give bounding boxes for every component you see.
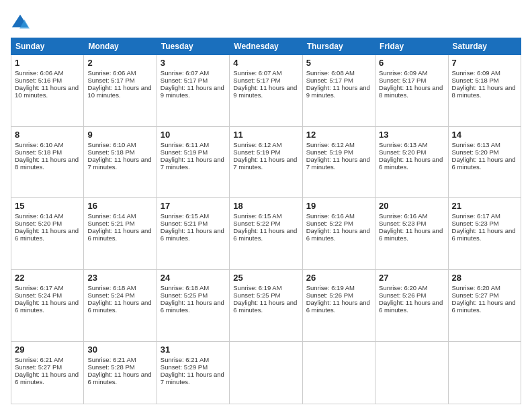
col-header-friday: Friday: [375, 38, 448, 55]
day-number: 25: [233, 273, 298, 283]
calendar-cell: 11Sunrise: 6:12 AMSunset: 5:19 PMDayligh…: [230, 126, 302, 198]
calendar-cell: 18Sunrise: 6:15 AMSunset: 5:22 PMDayligh…: [230, 198, 302, 270]
calendar-cell: 25Sunrise: 6:19 AMSunset: 5:25 PMDayligh…: [230, 269, 302, 341]
calendar-cell: 22Sunrise: 6:17 AMSunset: 5:24 PMDayligh…: [11, 269, 84, 341]
day-number: 5: [306, 58, 371, 68]
calendar-cell: 26Sunrise: 6:19 AMSunset: 5:26 PMDayligh…: [302, 269, 375, 341]
calendar-cell: 8Sunrise: 6:10 AMSunset: 5:18 PMDaylight…: [11, 126, 84, 198]
calendar-cell: [302, 341, 375, 404]
day-number: 4: [233, 58, 298, 68]
day-info: Daylight: 11 hours and 6 minutes.: [379, 299, 444, 314]
day-info: Sunset: 5:16 PM: [15, 77, 80, 84]
calendar-table: SundayMondayTuesdayWednesdayThursdayFrid…: [11, 38, 521, 404]
calendar-cell: 19Sunrise: 6:16 AMSunset: 5:22 PMDayligh…: [302, 198, 375, 270]
day-number: 22: [15, 273, 80, 283]
day-info: Sunrise: 6:11 AM: [161, 141, 226, 148]
day-info: Sunset: 5:27 PM: [452, 291, 517, 299]
day-info: Sunrise: 6:18 AM: [161, 284, 226, 291]
day-info: Daylight: 11 hours and 7 minutes.: [306, 156, 371, 171]
day-info: Sunrise: 6:17 AM: [452, 212, 517, 220]
day-info: Sunset: 5:23 PM: [452, 220, 517, 227]
calendar-cell: 15Sunrise: 6:14 AMSunset: 5:20 PMDayligh…: [11, 198, 84, 270]
day-info: Daylight: 11 hours and 6 minutes.: [161, 227, 226, 242]
calendar-week-2: 8Sunrise: 6:10 AMSunset: 5:18 PMDaylight…: [11, 126, 521, 198]
day-info: Daylight: 11 hours and 10 minutes.: [15, 84, 80, 99]
col-header-thursday: Thursday: [302, 38, 375, 55]
calendar-cell: 5Sunrise: 6:08 AMSunset: 5:17 PMDaylight…: [302, 55, 375, 127]
header: [11, 11, 521, 32]
day-number: 3: [161, 58, 226, 68]
day-info: Daylight: 11 hours and 6 minutes.: [233, 299, 298, 314]
day-info: Sunrise: 6:14 AM: [15, 212, 80, 220]
day-info: Daylight: 11 hours and 6 minutes.: [306, 299, 371, 314]
day-info: Daylight: 11 hours and 10 minutes.: [87, 84, 152, 99]
day-info: Sunset: 5:26 PM: [306, 291, 371, 299]
day-info: Sunrise: 6:12 AM: [306, 141, 371, 148]
calendar-cell: [375, 341, 448, 404]
calendar-cell: 28Sunrise: 6:20 AMSunset: 5:27 PMDayligh…: [448, 269, 521, 341]
day-info: Sunset: 5:20 PM: [452, 148, 517, 156]
calendar-cell: [448, 341, 521, 404]
day-info: Daylight: 11 hours and 6 minutes.: [379, 227, 444, 242]
calendar-cell: 6Sunrise: 6:09 AMSunset: 5:17 PMDaylight…: [375, 55, 448, 127]
day-info: Sunrise: 6:13 AM: [379, 141, 444, 148]
day-number: 1: [15, 58, 80, 68]
calendar-cell: 13Sunrise: 6:13 AMSunset: 5:20 PMDayligh…: [375, 126, 448, 198]
day-info: Daylight: 11 hours and 6 minutes.: [452, 156, 517, 171]
calendar-cell: 20Sunrise: 6:16 AMSunset: 5:23 PMDayligh…: [375, 198, 448, 270]
day-info: Daylight: 11 hours and 6 minutes.: [452, 227, 517, 242]
calendar-cell: 10Sunrise: 6:11 AMSunset: 5:19 PMDayligh…: [157, 126, 229, 198]
day-info: Sunrise: 6:06 AM: [87, 69, 152, 77]
day-info: Sunrise: 6:09 AM: [452, 69, 517, 77]
day-info: Sunrise: 6:16 AM: [379, 212, 444, 220]
day-info: Sunset: 5:18 PM: [87, 148, 152, 156]
calendar-week-5: 29Sunrise: 6:21 AMSunset: 5:27 PMDayligh…: [11, 341, 521, 404]
calendar-cell: 2Sunrise: 6:06 AMSunset: 5:17 PMDaylight…: [84, 55, 157, 127]
day-info: Sunset: 5:22 PM: [233, 220, 298, 227]
day-info: Sunrise: 6:20 AM: [379, 284, 444, 291]
calendar-cell: 12Sunrise: 6:12 AMSunset: 5:19 PMDayligh…: [302, 126, 375, 198]
day-number: 30: [87, 345, 152, 355]
calendar-cell: 31Sunrise: 6:21 AMSunset: 5:29 PMDayligh…: [157, 341, 229, 404]
day-info: Sunset: 5:21 PM: [161, 220, 226, 227]
day-info: Sunrise: 6:17 AM: [15, 284, 80, 291]
calendar-cell: 7Sunrise: 6:09 AMSunset: 5:18 PMDaylight…: [448, 55, 521, 127]
day-info: Daylight: 11 hours and 9 minutes.: [306, 84, 371, 99]
day-number: 14: [452, 130, 517, 140]
day-info: Daylight: 11 hours and 8 minutes.: [452, 84, 517, 99]
day-info: Sunrise: 6:21 AM: [161, 356, 226, 363]
day-info: Daylight: 11 hours and 8 minutes.: [379, 84, 444, 99]
day-number: 31: [161, 345, 226, 355]
day-info: Sunset: 5:19 PM: [161, 148, 226, 156]
day-info: Sunrise: 6:13 AM: [452, 141, 517, 148]
calendar-week-1: 1Sunrise: 6:06 AMSunset: 5:16 PMDaylight…: [11, 55, 521, 127]
day-number: 2: [87, 58, 152, 68]
day-number: 19: [306, 201, 371, 211]
day-info: Sunset: 5:17 PM: [306, 77, 371, 84]
day-info: Sunset: 5:25 PM: [233, 291, 298, 299]
day-info: Sunset: 5:17 PM: [379, 77, 444, 84]
day-info: Sunset: 5:18 PM: [452, 77, 517, 84]
calendar-cell: 27Sunrise: 6:20 AMSunset: 5:26 PMDayligh…: [375, 269, 448, 341]
calendar-cell: 14Sunrise: 6:13 AMSunset: 5:20 PMDayligh…: [448, 126, 521, 198]
day-info: Sunrise: 6:07 AM: [233, 69, 298, 77]
day-info: Sunrise: 6:18 AM: [87, 284, 152, 291]
day-info: Sunset: 5:17 PM: [87, 77, 152, 84]
day-info: Sunset: 5:24 PM: [87, 291, 152, 299]
day-number: 21: [452, 201, 517, 211]
calendar-cell: 23Sunrise: 6:18 AMSunset: 5:24 PMDayligh…: [84, 269, 157, 341]
day-info: Daylight: 11 hours and 7 minutes.: [161, 156, 226, 171]
day-info: Sunrise: 6:08 AM: [306, 69, 371, 77]
day-info: Sunset: 5:17 PM: [233, 77, 298, 84]
day-info: Daylight: 11 hours and 7 minutes.: [161, 371, 226, 385]
day-info: Daylight: 11 hours and 6 minutes.: [15, 371, 80, 385]
day-info: Sunset: 5:24 PM: [15, 291, 80, 299]
calendar-week-4: 22Sunrise: 6:17 AMSunset: 5:24 PMDayligh…: [11, 269, 521, 341]
day-number: 11: [233, 130, 298, 140]
day-info: Daylight: 11 hours and 6 minutes.: [379, 156, 444, 171]
logo: [11, 11, 32, 32]
day-number: 9: [87, 130, 152, 140]
col-header-wednesday: Wednesday: [230, 38, 302, 55]
calendar-cell: 24Sunrise: 6:18 AMSunset: 5:25 PMDayligh…: [157, 269, 229, 341]
calendar-cell: 3Sunrise: 6:07 AMSunset: 5:17 PMDaylight…: [157, 55, 229, 127]
